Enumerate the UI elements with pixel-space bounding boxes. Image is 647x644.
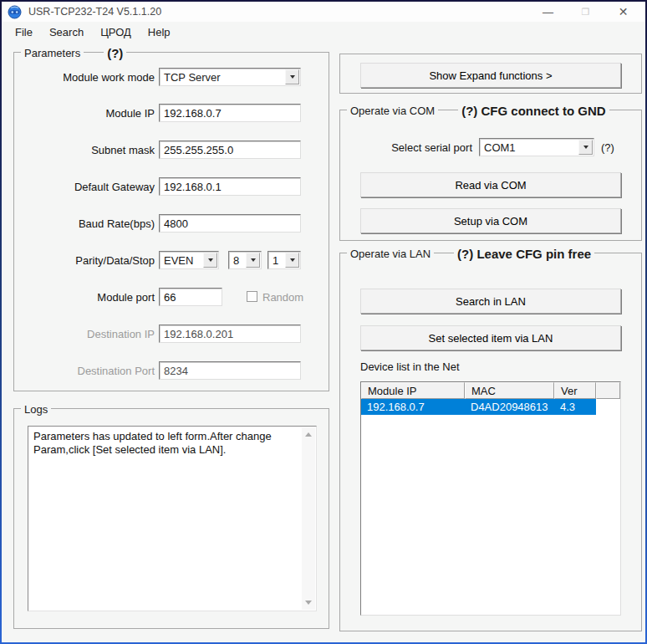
title-bar: USR-TCP232-T24 V5.1.1.20 — ❐ ✕ xyxy=(2,2,645,22)
com-group-title: Operate via COM xyxy=(347,105,438,117)
setup-via-com-button[interactable]: Setup via COM xyxy=(360,208,621,233)
device-ver: 4.3 xyxy=(554,401,596,413)
app-icon xyxy=(8,5,22,19)
expand-group: Show Expand functions > xyxy=(339,54,642,94)
subnet-mask-label: Subnet mask xyxy=(21,144,155,156)
module-ip-label: Module IP xyxy=(21,107,155,120)
data-bits-select[interactable]: 8 xyxy=(228,251,262,269)
module-port-input[interactable] xyxy=(159,288,222,306)
scroll-up-icon[interactable] xyxy=(305,432,312,437)
maximize-button[interactable]: ❐ xyxy=(567,2,604,22)
stop-bits-select[interactable]: 1 xyxy=(267,251,301,269)
serial-port-hint: (?) xyxy=(601,141,614,154)
device-list-header: Module IP MAC Ver xyxy=(361,382,620,399)
destination-ip-label: Destination IP xyxy=(21,328,155,340)
random-checkbox-label: Random xyxy=(262,291,303,304)
parameters-group-title: Parameters xyxy=(21,47,84,59)
window-title: USR-TCP232-T24 V5.1.1.20 xyxy=(28,6,161,18)
random-checkbox[interactable] xyxy=(247,291,257,302)
serial-port-value: COM1 xyxy=(480,139,578,156)
app-window: USR-TCP232-T24 V5.1.1.20 — ❐ ✕ File Sear… xyxy=(2,2,645,642)
set-selected-item-via-lan-button[interactable]: Set selected item via LAN xyxy=(360,325,621,350)
minimize-button[interactable]: — xyxy=(529,2,567,22)
read-via-com-button[interactable]: Read via COM xyxy=(360,172,621,197)
module-work-mode-select[interactable]: TCP Server xyxy=(159,68,301,86)
menu-file[interactable]: File xyxy=(7,23,41,41)
chevron-down-icon[interactable] xyxy=(203,253,217,268)
subnet-mask-input[interactable] xyxy=(159,141,301,159)
default-gateway-label: Default Gateway xyxy=(21,181,155,193)
lan-hint: (?) Leave CFG pin free xyxy=(454,247,594,261)
column-header-filler xyxy=(596,382,620,399)
serial-port-select[interactable]: COM1 xyxy=(479,138,594,156)
module-work-mode-label: Module work mode xyxy=(21,71,155,84)
menu-crod[interactable]: ЦРОД xyxy=(92,23,140,41)
log-output[interactable]: Parameters has updated to left form.Afte… xyxy=(28,426,317,611)
operate-via-lan-group: Operate via LAN (?) Leave CFG pin free S… xyxy=(339,253,642,631)
device-mac: D4AD20948613 xyxy=(465,401,554,413)
device-module-ip: 192.168.0.7 xyxy=(361,401,465,413)
device-row-selected[interactable]: 192.168.0.7 D4AD20948613 4.3 xyxy=(361,399,596,415)
show-expand-functions-button[interactable]: Show Expand functions > xyxy=(360,63,621,88)
column-header-ver[interactable]: Ver xyxy=(554,382,596,399)
stop-bits-value: 1 xyxy=(268,252,284,268)
window-controls: — ❐ ✕ xyxy=(529,2,642,22)
logs-group: Logs Parameters has updated to left form… xyxy=(13,408,329,629)
com-hint: (?) CFG connect to GND xyxy=(458,104,609,118)
baud-rate-input[interactable] xyxy=(159,214,301,233)
operate-via-com-group: Operate via COM (?) CFG connect to GND S… xyxy=(339,110,642,241)
destination-port-label: Destination Port xyxy=(21,365,155,377)
parameters-group: Parameters (?) Module work mode TCP Serv… xyxy=(13,52,329,391)
search-in-lan-button[interactable]: Search in LAN xyxy=(360,289,621,314)
device-list[interactable]: Module IP MAC Ver 192.168.0.7 D4AD209486… xyxy=(360,381,621,616)
data-bits-value: 8 xyxy=(229,252,245,268)
column-header-module-ip[interactable]: Module IP xyxy=(361,382,465,399)
destination-ip-input xyxy=(159,325,301,343)
menu-help[interactable]: Help xyxy=(140,23,179,41)
serial-port-label: Select serial port xyxy=(288,141,472,154)
chevron-down-icon[interactable] xyxy=(285,69,299,84)
module-work-mode-value: TCP Server xyxy=(160,69,284,85)
menu-bar: File Search ЦРОД Help xyxy=(2,22,645,42)
chevron-down-icon[interactable] xyxy=(285,253,299,268)
device-list-label: Device list in the Net xyxy=(360,360,460,373)
parity-value: EVEN xyxy=(160,252,202,268)
close-button[interactable]: ✕ xyxy=(604,2,642,22)
parameters-hint: (?) xyxy=(104,46,126,60)
module-port-label: Module port xyxy=(21,291,155,304)
baud-rate-label: Baud Rate(bps) xyxy=(21,217,155,230)
module-ip-input[interactable] xyxy=(159,104,301,122)
scroll-down-icon[interactable] xyxy=(305,601,312,605)
window-frame: USR-TCP232-T24 V5.1.1.20 — ❐ ✕ File Sear… xyxy=(0,0,647,644)
menu-search[interactable]: Search xyxy=(41,23,92,41)
default-gateway-input[interactable] xyxy=(159,177,301,196)
column-header-mac[interactable]: MAC xyxy=(465,382,554,399)
logs-group-title: Logs xyxy=(21,403,51,416)
chevron-down-icon[interactable] xyxy=(578,140,593,155)
log-text: Parameters has updated to left form.Afte… xyxy=(33,430,298,457)
lan-group-title: Operate via LAN xyxy=(347,248,434,260)
parity-data-stop-label: Parity/Data/Stop xyxy=(21,254,155,267)
parity-select[interactable]: EVEN xyxy=(159,251,219,269)
destination-port-input xyxy=(159,361,301,380)
log-scrollbar[interactable] xyxy=(302,427,315,610)
chevron-down-icon[interactable] xyxy=(246,253,260,268)
